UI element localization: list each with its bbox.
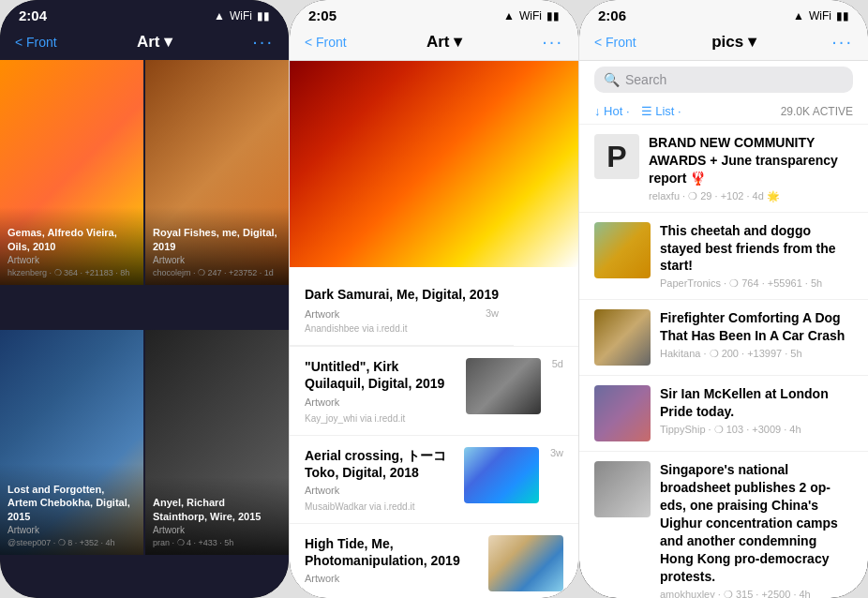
art-list-thumb-2	[488, 535, 563, 591]
signal-icon-1: ▲	[214, 9, 225, 22]
pics-thumb-3	[594, 385, 651, 441]
pics-thumb-0: P	[594, 134, 639, 179]
art-list-title-1: Aerial crossing, トーコ Toko, Digital, 2018	[305, 447, 453, 481]
art-featured-tag: Artwork	[305, 308, 339, 320]
phone-3-screen: 2:06 ▲ WiFi ▮▮ < Front pics ▾ ··· 🔍 Sear…	[579, 0, 868, 598]
pics-info-3: Sir Ian McKellen at London Pride today. …	[660, 385, 853, 436]
battery-icon-2: ▮▮	[546, 9, 560, 22]
phone-1-screen: 2:04 ▲ WiFi ▮▮ < Front Art ▾ ··· Gemas, …	[0, 0, 289, 598]
nav-title-2[interactable]: Art ▾	[427, 32, 462, 52]
art-caption-0: Gemas, Alfredo Vieira, Oils, 2010 Artwor…	[0, 207, 143, 285]
nav-back-2[interactable]: < Front	[305, 35, 347, 50]
status-icons-1: ▲ WiFi ▮▮	[214, 9, 270, 22]
phone-2-screen: 2:05 ▲ WiFi ▮▮ < Front Art ▾ ··· Dark Sa…	[290, 0, 578, 598]
status-time-1: 2:04	[19, 7, 47, 23]
nav-more-3[interactable]: ···	[831, 31, 853, 52]
search-bar[interactable]: 🔍 Search	[594, 67, 853, 93]
art-list-meta-1: MusaibWadkar via i.redd.it	[305, 501, 453, 512]
art-title-3: Anyel, Richard Stainthorp, Wire, 2015	[153, 496, 281, 523]
art-featured-time: 3w	[486, 307, 499, 319]
status-bar-2: 2:05 ▲ WiFi ▮▮	[290, 0, 578, 27]
art-list-title-0: "Untitled", Kirk Quilaquil, Digital, 201…	[305, 358, 455, 392]
art-title-1: Royal Fishes, me, Digital, 2019	[153, 226, 281, 253]
art-meta-1: chocolejm · ❍ 247 · +23752 · 1d	[153, 268, 281, 277]
signal-icon-3: ▲	[793, 9, 804, 22]
art-tag-0: Artwork	[7, 255, 136, 265]
art-cell-1[interactable]: Royal Fishes, me, Digital, 2019 Artwork …	[145, 60, 289, 285]
hot-filter-button[interactable]: ↓ Hot ·	[594, 104, 630, 118]
pics-thumb-2	[594, 309, 651, 366]
art-title-0: Gemas, Alfredo Vieira, Oils, 2010	[7, 226, 136, 253]
phone-2: 2:05 ▲ WiFi ▮▮ < Front Art ▾ ··· Dark Sa…	[290, 0, 578, 598]
pics-title-3: Sir Ian McKellen at London Pride today.	[660, 385, 853, 421]
pics-item-0[interactable]: P BRAND NEW COMMUNITY AWARDS + June tran…	[579, 125, 868, 213]
art-list-info-1: Aerial crossing, トーコ Toko, Digital, 2018…	[305, 447, 453, 512]
art-list-thumb-1	[464, 447, 539, 503]
art-meta-2: @steep007 · ❍ 8 · +352 · 4h	[7, 538, 136, 547]
art-cell-0[interactable]: Gemas, Alfredo Vieira, Oils, 2010 Artwor…	[0, 60, 143, 285]
nav-title-3[interactable]: pics ▾	[711, 32, 756, 52]
pics-title-1: This cheetah and doggo stayed best frien…	[660, 222, 853, 276]
art-cell-2[interactable]: Lost and Forgotten, Artem Chebokha, Digi…	[0, 330, 143, 555]
art-caption-2: Lost and Forgotten, Artem Chebokha, Digi…	[0, 464, 143, 555]
pics-info-2: Firefighter Comforting A Dog That Has Be…	[660, 309, 853, 360]
phone-1: 2:04 ▲ WiFi ▮▮ < Front Art ▾ ··· Gemas, …	[0, 0, 289, 598]
pics-item-3[interactable]: Sir Ian McKellen at London Pride today. …	[579, 376, 868, 452]
active-count: 29.0K ACTIVE	[781, 105, 853, 118]
nav-bar-3: < Front pics ▾ ···	[579, 27, 868, 61]
pics-meta-4: amokhuxley · ❍ 315 · +2500 · 4h	[660, 589, 853, 598]
art-list-featured[interactable]: Dark Samurai, Me, Digital, 2019 Artwork …	[290, 61, 578, 347]
art-featured-meta: Anandishbee via i.redd.it	[305, 323, 499, 334]
status-bar-1: 2:04 ▲ WiFi ▮▮	[0, 0, 289, 27]
art-featured-image	[290, 61, 578, 267]
art-tag-3: Artwork	[153, 525, 281, 535]
art-list-tag-2: Artwork	[305, 573, 339, 584]
pics-meta-0: relaxfu · ❍ 29 · +102 · 4d 🌟	[649, 190, 853, 202]
pics-info-0: BRAND NEW COMMUNITY AWARDS + June transp…	[649, 134, 853, 202]
art-list-item-2[interactable]: High Tide, Me, Photomanipulation, 2019 A…	[290, 524, 578, 598]
filter-bar: ↓ Hot · ☰ List · 29.0K ACTIVE	[579, 98, 868, 125]
pics-info-4: Singapore's national broadsheet publishe…	[660, 461, 853, 598]
pics-item-4[interactable]: Singapore's national broadsheet publishe…	[579, 452, 868, 598]
art-list-time-0: 5d	[552, 358, 563, 369]
art-list-info-2: High Tide, Me, Photomanipulation, 2019 A…	[305, 535, 477, 586]
list-filter-button[interactable]: ☰ List ·	[641, 104, 681, 118]
art-tag-1: Artwork	[153, 255, 281, 265]
art-list-info-0: "Untitled", Kirk Quilaquil, Digital, 201…	[305, 358, 455, 423]
nav-back-1[interactable]: < Front	[15, 35, 57, 50]
signal-icon-2: ▲	[503, 9, 515, 22]
art-caption-3: Anyel, Richard Stainthorp, Wire, 2015 Ar…	[145, 477, 289, 555]
pics-meta-3: TippyShip · ❍ 103 · +3009 · 4h	[660, 424, 853, 436]
nav-back-3[interactable]: < Front	[594, 35, 636, 50]
wifi-icon-1: WiFi	[230, 9, 252, 22]
nav-bar-1: < Front Art ▾ ···	[0, 27, 289, 60]
nav-title-1[interactable]: Art ▾	[137, 32, 172, 52]
nav-more-1[interactable]: ···	[252, 31, 274, 52]
status-icons-2: ▲ WiFi ▮▮	[503, 9, 560, 22]
pics-list: P BRAND NEW COMMUNITY AWARDS + June tran…	[579, 125, 868, 598]
search-icon: 🔍	[604, 72, 620, 87]
art-meta-0: hkzenberg · ❍ 364 · +21183 · 8h	[7, 268, 136, 277]
art-cell-3[interactable]: Anyel, Richard Stainthorp, Wire, 2015 Ar…	[145, 330, 289, 555]
art-list-item-0[interactable]: "Untitled", Kirk Quilaquil, Digital, 201…	[290, 347, 578, 435]
pics-thumb-1	[594, 222, 651, 278]
art-meta-3: pran · ❍ 4 · +433 · 5h	[153, 538, 281, 547]
filter-buttons: ↓ Hot · ☰ List ·	[594, 104, 681, 118]
art-list-item-1[interactable]: Aerial crossing, トーコ Toko, Digital, 2018…	[290, 436, 578, 524]
wifi-icon-2: WiFi	[519, 9, 542, 22]
wifi-icon-3: WiFi	[809, 9, 831, 22]
pics-meta-2: Hakitana · ❍ 200 · +13997 · 5h	[660, 348, 853, 360]
pics-title-2: Firefighter Comforting A Dog That Has Be…	[660, 309, 853, 345]
status-icons-3: ▲ WiFi ▮▮	[793, 9, 849, 22]
pics-item-2[interactable]: Firefighter Comforting A Dog That Has Be…	[579, 300, 868, 376]
art-list: Dark Samurai, Me, Digital, 2019 Artwork …	[290, 61, 578, 598]
art-list-thumb-0	[466, 358, 541, 414]
art-caption-1: Royal Fishes, me, Digital, 2019 Artwork …	[145, 207, 289, 285]
pics-item-1[interactable]: This cheetah and doggo stayed best frien…	[579, 213, 868, 301]
pics-thumb-4	[594, 461, 651, 517]
art-grid: Gemas, Alfredo Vieira, Oils, 2010 Artwor…	[0, 60, 289, 598]
search-placeholder: Search	[625, 72, 666, 87]
nav-more-2[interactable]: ···	[542, 31, 563, 52]
art-list-meta-0: Kay_joy_whi via i.redd.it	[305, 413, 455, 424]
status-time-2: 2:05	[308, 7, 337, 23]
